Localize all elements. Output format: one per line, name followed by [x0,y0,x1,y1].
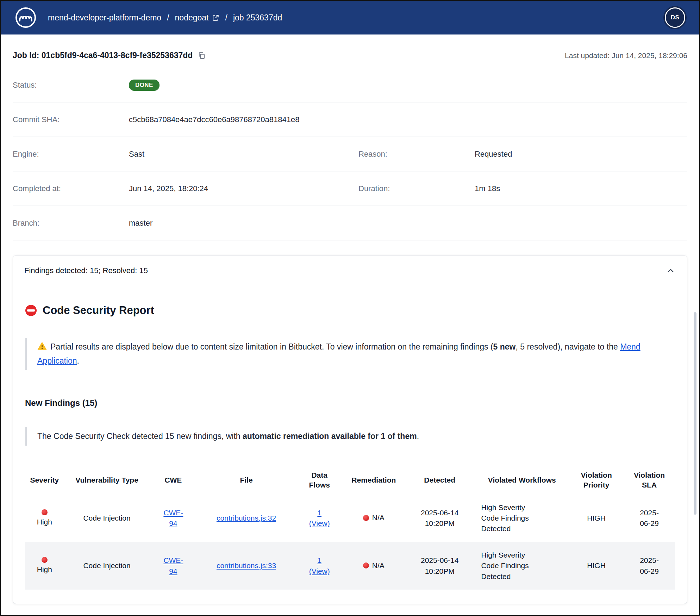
col-remediation: Remediation [343,466,405,495]
cwe-link[interactable]: CWE-94 [163,555,183,577]
engine-label: Engine: [13,150,129,159]
partial-results-notice: Partial results are displayed below due … [25,338,675,370]
severity-cell: High [25,542,64,590]
new-findings-heading: New Findings (15) [25,398,675,408]
detection-summary-text-1: The Code Security Check detected 15 new … [37,432,243,441]
data-flows-cell: 1 (View) [296,495,343,542]
commit-sha-label: Commit SHA: [13,115,129,124]
last-updated: Last updated: Jun 14, 2025, 18:29:06 [565,51,687,60]
copy-job-id-button[interactable] [198,51,206,59]
branch-label: Branch: [13,219,129,228]
cwe-cell: CWE-94 [150,542,196,590]
severity-cell: High [25,495,64,542]
notice-text-1: Partial results are displayed below due … [50,342,493,351]
remediation-cell: N/A [343,495,405,542]
engine-value: Sast [129,150,358,159]
status-row: Status: DONE [13,68,687,102]
external-link-icon [212,14,219,21]
violation-priority-cell: HIGH [569,495,624,542]
findings-table-head: Severity Vulnerability Type CWE File Dat… [25,466,675,495]
breadcrumb-repo[interactable]: nodegoat [175,13,220,23]
report-title: Code Security Report [43,304,154,317]
breadcrumb-job: job 253637dd [233,13,282,23]
branch-value: master [129,219,687,228]
job-header: Job Id: 01cb5fd9-4ca6-4013-8cf9-fe352536… [13,51,687,60]
chevron-up-icon [666,266,675,275]
data-flows-cell: 1 (View) [296,542,343,590]
commit-row: Commit SHA: c5cb68a7084e4ae7dcc60e6a9876… [13,102,687,137]
duration-label: Duration: [358,184,475,193]
file-cell: contributions.js:33 [196,542,296,590]
detected-cell: 2025-06-14 10:20PM [405,542,475,590]
breadcrumb-separator: / [225,13,227,23]
severity-high-icon [42,509,48,515]
detection-summary: The Code Security Check detected 15 new … [25,427,675,446]
engine-reason-row: Engine: Sast Reason: Requested [13,137,687,171]
mend-logo[interactable] [15,7,37,29]
remediation-status-icon [363,515,369,521]
violated-workflows-cell: High Severity Code Findings Detected [475,495,569,542]
col-file: File [196,466,296,495]
file-cell: contributions.js:32 [196,495,296,542]
col-cwe: CWE [150,466,196,495]
header-row: Severity Vulnerability Type CWE File Dat… [25,466,675,495]
duration-value: 1m 18s [475,184,687,193]
cwe-cell: CWE-94 [150,495,196,542]
notice-text-3: . [77,356,79,365]
severity-high-icon [42,557,48,563]
completed-duration-row: Completed at: Jun 14, 2025, 18:20:24 Dur… [13,171,687,206]
warning-icon [37,341,47,355]
detected-cell: 2025-06-14 10:20PM [405,495,475,542]
findings-summary-header: Findings detected: 15; Resolved: 15 [23,265,677,275]
col-violation-priority: Violation Priority [569,466,624,495]
reason-value: Requested [475,150,687,159]
user-avatar[interactable]: DS [665,7,685,28]
report-title-row: Code Security Report [25,304,675,317]
main-content: Job Id: 01cb5fd9-4ca6-4013-8cf9-fe352536… [1,51,699,240]
findings-card: Findings detected: 15; Resolved: 15 Code… [13,255,687,604]
breadcrumb-repo-label: nodegoat [175,13,209,23]
status-value: DONE [129,80,687,91]
remediation-status-icon [363,562,369,568]
notice-bold: 5 new [493,342,516,351]
col-vulnerability-type: Vulnerability Type [64,466,150,495]
completed-at-label: Completed at: [13,184,129,193]
violated-workflows-cell: High Severity Code Findings Detected [475,542,569,590]
findings-table-body: High Code Injection CWE-94 contributions… [25,495,675,590]
status-badge: DONE [129,80,160,91]
job-details: Status: DONE Commit SHA: c5cb68a7084e4ae… [13,68,687,240]
file-link[interactable]: contributions.js:32 [217,514,276,522]
scrollbar[interactable] [694,312,696,515]
copy-icon [198,51,206,59]
col-data-flows: Data Flows [296,466,343,495]
data-flows-link[interactable]: 1 (View) [309,555,330,577]
violation-sla-cell: 2025-06-29 [624,495,675,542]
notice-text-2: , 5 resolved), navigate to the [516,342,620,351]
data-flows-link[interactable]: 1 (View) [309,508,330,529]
top-navbar: mend-developer-platform-demo / nodegoat … [1,1,699,34]
collapse-button[interactable] [666,266,675,275]
code-security-report: Code Security Report Partial results are… [23,304,677,590]
findings-summary: Findings detected: 15; Resolved: 15 [24,266,148,275]
vulnerability-type-cell: Code Injection [64,495,150,542]
breadcrumb-separator: / [167,13,169,23]
breadcrumb-project[interactable]: mend-developer-platform-demo [48,13,161,23]
reason-label: Reason: [358,150,475,159]
no-entry-icon [25,304,37,316]
findings-table: Severity Vulnerability Type CWE File Dat… [25,466,675,590]
col-violation-sla: Violation SLA [624,466,675,495]
job-id: Job Id: 01cb5fd9-4ca6-4013-8cf9-fe352536… [13,51,193,60]
cwe-link[interactable]: CWE-94 [163,508,183,529]
violation-priority-cell: HIGH [569,542,624,590]
col-detected: Detected [405,466,475,495]
vulnerability-type-cell: Code Injection [64,542,150,590]
detection-summary-text-2: . [417,432,419,441]
remediation-cell: N/A [343,542,405,590]
status-label: Status: [13,81,129,90]
violation-sla-cell: 2025-06-29 [624,542,675,590]
completed-at-value: Jun 14, 2025, 18:20:24 [129,184,358,193]
breadcrumb: mend-developer-platform-demo / nodegoat … [48,13,282,23]
mend-logo-icon [15,7,37,29]
col-violated-workflows: Violated Workflows [475,466,569,495]
file-link[interactable]: contributions.js:33 [217,561,276,570]
